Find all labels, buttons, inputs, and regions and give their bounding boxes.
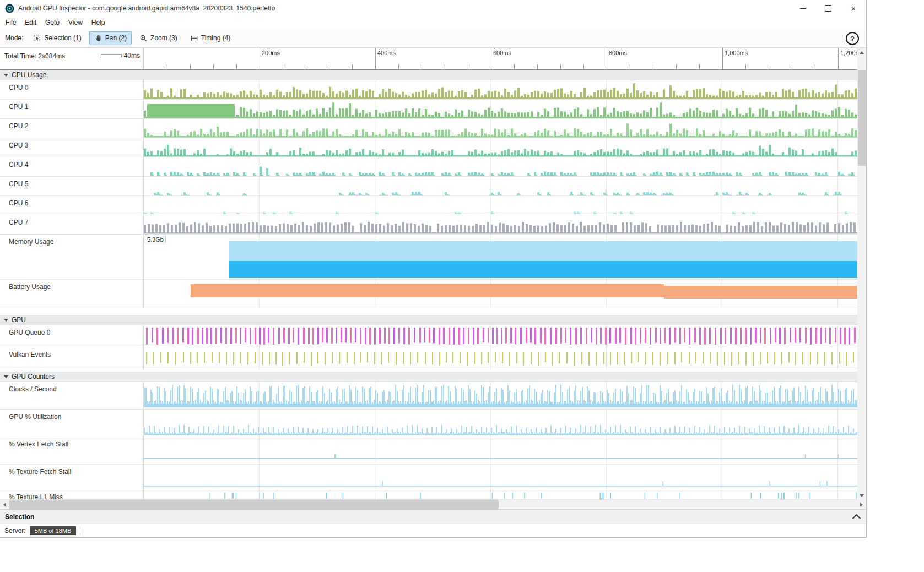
menu-item-view[interactable]: View	[64, 17, 87, 28]
scroll-right-arrow[interactable]	[857, 500, 866, 509]
scroll-up-arrow[interactable]	[857, 48, 866, 57]
arrow-up-icon	[860, 51, 864, 54]
track-chart-texture-fetch-stall[interactable]	[144, 465, 857, 492]
track-label-vulkan-events: Vulkan Events	[0, 347, 144, 369]
minimize-button[interactable]	[790, 0, 815, 17]
tracks-panel: CPU UsageCPU 0CPU 1CPU 2CPU 3CPU 4CPU 5C…	[0, 70, 857, 500]
track-row-texture-l1-miss: % Texture L1 Miss	[0, 492, 857, 500]
track-chart-cpu-6[interactable]	[144, 196, 857, 215]
track-row-memory-usage: Memory Usage5.3Gb	[0, 235, 857, 280]
ruler-left-panel: Total Time: 2s084ms 40ms	[0, 48, 144, 69]
track-chart-cpu-3[interactable]	[144, 138, 857, 157]
track-label-cpu-2: CPU 2	[0, 119, 144, 138]
android-gpu-inspector-window: Android GPU Inspector - com.google.andro…	[0, 0, 867, 538]
menu-item-edit[interactable]: Edit	[20, 17, 41, 28]
track-label-memory-usage: Memory Usage	[0, 235, 144, 279]
section-label: GPU Counters	[12, 373, 55, 380]
collapse-triangle-icon	[4, 375, 8, 378]
section-label: GPU	[12, 316, 26, 324]
total-time-label: Total Time: 2s084ms	[4, 52, 65, 60]
track-chart-battery-usage[interactable]	[144, 280, 857, 308]
mode-button-selection[interactable]: Selection (1)	[28, 31, 86, 45]
track-chart-cpu-5[interactable]	[144, 177, 857, 195]
track-label-texture-l1-miss: % Texture L1 Miss	[0, 492, 144, 499]
status-divider	[80, 526, 80, 535]
help-button[interactable]: ?	[846, 32, 859, 45]
track-label-cpu-4: CPU 4	[0, 157, 144, 176]
track-row-cpu-3: CPU 3	[0, 138, 857, 157]
close-button[interactable]: ×	[841, 0, 866, 17]
section-header-cpu-usage[interactable]: CPU Usage	[0, 70, 857, 80]
section-header-gpu-counters[interactable]: GPU Counters	[0, 372, 857, 382]
selection-panel-header: Selection	[0, 509, 866, 524]
track-label-gpu-utilization: GPU % Utilization	[0, 410, 144, 437]
track-row-battery-usage: Battery Usage	[0, 280, 857, 308]
track-label-cpu-3: CPU 3	[0, 138, 144, 157]
track-label-cpu-7: CPU 7	[0, 215, 144, 234]
vertical-scroll-thumb[interactable]	[858, 70, 866, 166]
track-row-cpu-7: CPU 7	[0, 215, 857, 235]
titlebar: Android GPU Inspector - com.google.andro…	[0, 0, 866, 17]
vertical-scrollbar[interactable]	[857, 48, 866, 500]
track-row-cpu-2: CPU 2	[0, 119, 857, 138]
track-row-vertex-fetch-stall: % Vertex Fetch Stall	[0, 437, 857, 465]
track-label-battery-usage: Battery Usage	[0, 280, 144, 308]
scroll-left-arrow[interactable]	[0, 500, 9, 509]
track-chart-cpu-7[interactable]	[144, 215, 857, 234]
menu-item-help[interactable]: Help	[87, 17, 110, 28]
track-chart-cpu-4[interactable]	[144, 157, 857, 176]
track-chart-clocks-second[interactable]	[144, 382, 857, 409]
track-chart-cpu-2[interactable]	[144, 119, 857, 138]
track-label-cpu-0: CPU 0	[0, 80, 144, 99]
menu-item-file[interactable]: File	[1, 17, 20, 28]
mode-button-timing[interactable]: Timing (4)	[185, 31, 236, 45]
section-header-gpu[interactable]: GPU	[0, 315, 857, 325]
ruler-ticks[interactable]	[144, 48, 857, 69]
track-label-vertex-fetch-stall: % Vertex Fetch Stall	[0, 437, 144, 464]
window-title: Android GPU Inspector - com.google.andro…	[18, 4, 275, 12]
track-chart-memory-usage[interactable]: 5.3Gb	[144, 235, 857, 279]
collapse-triangle-icon	[4, 74, 8, 77]
scroll-down-arrow[interactable]	[857, 491, 866, 500]
track-chart-vulkan-events[interactable]	[144, 347, 857, 369]
track-label-cpu-6: CPU 6	[0, 196, 144, 215]
track-chart-texture-l1-miss[interactable]	[144, 492, 857, 499]
mode-button-zoom[interactable]: Zoom (3)	[134, 31, 182, 45]
spacer	[0, 308, 857, 315]
toolbar: Mode: Selection (1)Pan (2)Zoom (3)Timing…	[0, 29, 866, 48]
timing-icon	[190, 34, 198, 42]
app-logo-icon	[5, 4, 14, 13]
menubar: FileEditGotoViewHelp	[0, 17, 866, 29]
collapse-triangle-icon	[4, 319, 8, 322]
track-row-cpu-4: CPU 4	[0, 157, 857, 177]
section-label: CPU Usage	[12, 71, 46, 79]
mode-button-label: Pan (2)	[105, 34, 127, 42]
timeline-ruler: Total Time: 2s084ms 40ms	[0, 48, 857, 70]
track-chart-gpu-utilization[interactable]	[144, 410, 857, 437]
collapse-chevron-icon[interactable]	[852, 514, 861, 522]
mode-label: Mode:	[5, 34, 23, 42]
track-chart-vertex-fetch-stall[interactable]	[144, 437, 857, 464]
arrow-down-icon	[860, 494, 864, 497]
statusbar: Server: 5MB of 18MB	[0, 524, 866, 537]
maximize-button[interactable]	[815, 0, 841, 17]
window-controls: ×	[790, 0, 866, 17]
arrow-right-icon	[860, 503, 863, 507]
pan-icon	[94, 34, 102, 42]
track-chart-cpu-1[interactable]	[144, 100, 857, 118]
mode-button-pan[interactable]: Pan (2)	[89, 31, 132, 45]
maximize-icon	[825, 5, 831, 12]
track-row-cpu-5: CPU 5	[0, 177, 857, 196]
track-row-cpu-1: CPU 1	[0, 100, 857, 119]
track-row-cpu-6: CPU 6	[0, 196, 857, 215]
menu-item-goto[interactable]: Goto	[41, 17, 64, 28]
scale-label: 40ms	[124, 52, 140, 59]
track-chart-gpu-queue-0[interactable]	[144, 325, 857, 347]
track-row-cpu-0: CPU 0	[0, 80, 857, 100]
track-row-gpu-queue-0: GPU Queue 0	[0, 325, 857, 347]
track-row-vulkan-events: Vulkan Events	[0, 347, 857, 369]
track-chart-cpu-0[interactable]	[144, 80, 857, 99]
horizontal-scroll-thumb[interactable]	[9, 500, 499, 509]
horizontal-scrollbar[interactable]	[0, 500, 866, 509]
track-row-gpu-utilization: GPU % Utilization	[0, 410, 857, 437]
